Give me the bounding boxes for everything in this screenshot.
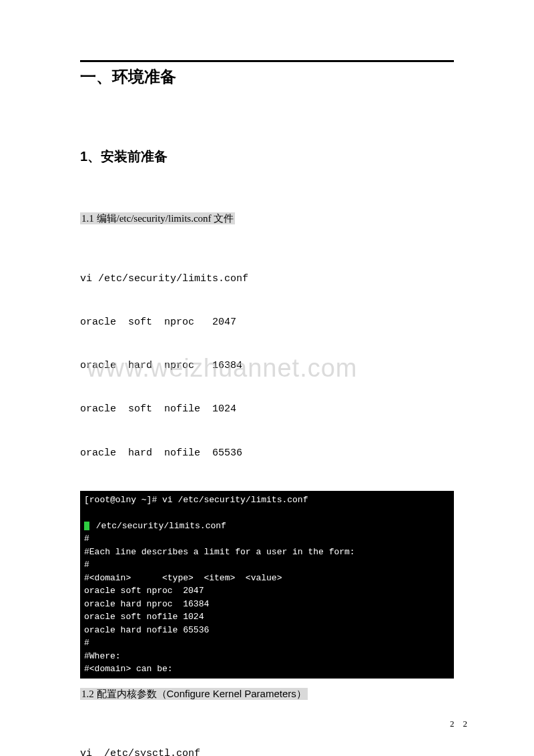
page-number-left: 2 <box>450 719 455 729</box>
terminal-columns: #<domain> <type> <item> <value> <box>84 572 450 585</box>
document-page: 一、环境准备 1、安装前准备 1.1 编辑/etc/security/limit… <box>0 0 534 756</box>
terminal-command: vi /etc/security/limits.conf <box>157 495 308 505</box>
terminal-prompt-line: [root@olny ~]# vi /etc/security/limits.c… <box>84 494 450 507</box>
terminal-file-path: /etc/security/limits.conf <box>91 521 226 531</box>
terminal-hash: # <box>84 558 450 572</box>
page-footer: 2 2 <box>450 719 467 729</box>
code-line: vi /etc/sysctl.conf <box>80 747 454 756</box>
code-line: oracle hard nofile 65536 <box>80 446 454 461</box>
code-line: oracle soft nofile 1024 <box>80 402 454 417</box>
section-1-2-title-en: Configure Kernel Parameters <box>167 688 296 699</box>
cursor-icon <box>84 522 89 530</box>
terminal-domain-can-be: #<domain> can be: <box>84 663 450 676</box>
code-line: oracle hard nproc 16384 <box>80 359 454 373</box>
terminal-row: oracle soft nofile 1024 <box>84 610 450 624</box>
code-line: oracle soft nproc 2047 <box>80 315 454 330</box>
section-1-2-title-cn: 1.2 配置内核参数（ <box>81 689 167 699</box>
terminal-blank <box>84 506 450 520</box>
terminal-row: oracle hard nofile 65536 <box>84 624 450 637</box>
section-1-2-title-close: ） <box>296 689 306 699</box>
terminal-screenshot: [root@olny ~]# vi /etc/security/limits.c… <box>80 491 454 679</box>
limits-conf-block: vi /etc/security/limits.conf oracle soft… <box>80 242 454 490</box>
terminal-row: oracle soft nproc 2047 <box>84 584 450 598</box>
section-1-1-title: 1.1 编辑/etc/security/limits.conf 文件 <box>80 212 235 224</box>
section-1-1-title-wrap: 1.1 编辑/etc/security/limits.conf 文件 <box>80 212 454 225</box>
top-rule <box>80 60 454 62</box>
page-number-right: 2 <box>463 719 468 729</box>
heading-1: 一、环境准备 <box>80 66 454 87</box>
section-1-2-title-wrap: 1.2 配置内核参数（Configure Kernel Parameters） <box>80 688 454 701</box>
code-line: vi /etc/security/limits.conf <box>80 272 454 287</box>
terminal-hash: # <box>84 636 450 650</box>
heading-2: 1、安装前准备 <box>80 148 454 166</box>
terminal-hash: # <box>84 532 450 546</box>
section-1-2-title: 1.2 配置内核参数（Configure Kernel Parameters） <box>80 688 308 700</box>
sysctl-conf-block: vi /etc/sysctl.conf #kernel.shmmax = 687… <box>80 718 454 756</box>
terminal-file-header: /etc/security/limits.conf <box>84 520 450 533</box>
terminal-prompt: [root@olny ~]# <box>84 495 157 505</box>
terminal-row: oracle hard nproc 16384 <box>84 598 450 611</box>
terminal-desc: #Each line describes a limit for a user … <box>84 546 450 559</box>
terminal-where: #Where: <box>84 650 450 663</box>
